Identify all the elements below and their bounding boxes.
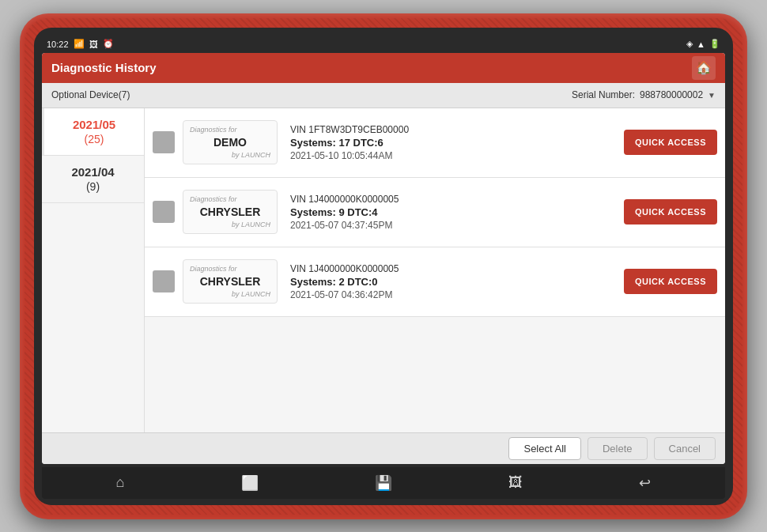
date-1: 2021-05-10 10:05:44AM [290, 150, 611, 161]
wifi-icon: ◈ [686, 39, 693, 49]
screenshot-icon: 🖼 [89, 40, 98, 49]
screen: Diagnostic History 🏠 Optional Device(7) … [42, 53, 725, 464]
date-label-2021-05: 2021/05 [52, 118, 136, 131]
systems-2: Systems: 9 DTC:4 [290, 206, 611, 218]
record-details-3: VIN 1J4000000K0000005 Systems: 2 DTC:0 2… [285, 263, 616, 300]
record-card-2: Diagnostics for CHRYSLER by LAUNCH [183, 190, 278, 234]
tablet-bezel: 10:22 📶 🖼 ⏰ ◈ ▲ 🔋 Diagnostic History 🏠 [34, 28, 733, 505]
back-nav-icon[interactable]: ↩ [633, 471, 657, 495]
record-details-2: VIN 1J4000000K0000005 Systems: 9 DTC:4 2… [285, 194, 616, 231]
date-label-2021-04: 2021/04 [50, 165, 136, 179]
vin-1: VIN 1FT8W3DT9CEB00000 [290, 124, 611, 135]
record-details-1: VIN 1FT8W3DT9CEB00000 Systems: 17 DTC:6 … [285, 124, 616, 161]
date-2: 2021-05-07 04:37:45PM [290, 220, 611, 231]
nav-bar: ⌂ ⬜ 💾 🖼 ↩ [42, 467, 725, 499]
serial-label: Serial Number: [572, 89, 635, 100]
table-row: Diagnostics for DEMO by LAUNCH VIN 1FT8W… [145, 108, 725, 178]
time-display: 10:22 [47, 40, 69, 49]
battery-icon: 🔋 [709, 39, 720, 49]
action-bar: Select All Delete Cancel [42, 432, 725, 464]
date-count-2021-05: (25) [52, 133, 136, 145]
title-bar: Diagnostic History 🏠 [42, 53, 725, 83]
quick-access-btn-1[interactable]: QUICK ACCESS [624, 130, 717, 155]
sim-icon: 📶 [74, 39, 85, 49]
main-content: 2021/05 (25) 2021/04 (9) Diagnostics for [42, 108, 725, 432]
device-label: Optional Device(7) [51, 89, 130, 100]
quick-access-btn-3[interactable]: QUICK ACCESS [624, 269, 717, 294]
screenshot-nav-icon[interactable]: 💾 [368, 471, 399, 495]
home-button[interactable]: 🏠 [692, 56, 716, 80]
tablet-device: 10:22 📶 🖼 ⏰ ◈ ▲ 🔋 Diagnostic History 🏠 [20, 13, 747, 519]
signal-icon: ▲ [697, 40, 705, 49]
systems-1: Systems: 17 DTC:6 [290, 137, 611, 149]
serial-value: 988780000002 [640, 89, 703, 100]
status-bar: 10:22 📶 🖼 ⏰ ◈ ▲ 🔋 [42, 36, 725, 53]
vin-2: VIN 1J4000000K0000005 [290, 194, 611, 205]
serial-section: Serial Number: 988780000002 ▼ [572, 89, 716, 100]
record-card-3: Diagnostics for CHRYSLER by LAUNCH [183, 259, 278, 304]
select-all-button[interactable]: Select All [508, 437, 580, 460]
delete-button[interactable]: Delete [588, 437, 648, 460]
home-nav-icon[interactable]: ⌂ [110, 471, 131, 494]
brand-label-1: DEMO [190, 136, 270, 149]
brand-label-3: CHRYSLER [190, 275, 270, 288]
date-sidebar: 2021/05 (25) 2021/04 (9) [42, 108, 145, 432]
recent-apps-nav-icon[interactable]: ⬜ [235, 471, 265, 495]
date-count-2021-04: (9) [50, 180, 136, 193]
by-label-1: by LAUNCH [190, 151, 270, 159]
diag-for-label-3: Diagnostics for [190, 265, 270, 273]
brand-label-2: CHRYSLER [190, 206, 270, 218]
date-item-2021-05[interactable]: 2021/05 (25) [42, 108, 144, 156]
diag-for-label-1: Diagnostics for [190, 126, 270, 134]
diag-for-label-2: Diagnostics for [190, 195, 270, 203]
table-row: Diagnostics for CHRYSLER by LAUNCH VIN 1… [145, 178, 725, 247]
gallery-nav-icon[interactable]: 🖼 [502, 471, 529, 494]
date-3: 2021-05-07 04:36:42PM [290, 289, 611, 300]
alarm-icon: ⏰ [103, 39, 114, 49]
by-label-3: by LAUNCH [190, 290, 270, 298]
record-checkbox-2[interactable] [153, 201, 175, 223]
by-label-2: by LAUNCH [190, 221, 270, 228]
app-title: Diagnostic History [51, 61, 157, 74]
status-right: ◈ ▲ 🔋 [686, 39, 720, 49]
quick-access-btn-2[interactable]: QUICK ACCESS [624, 199, 717, 224]
cancel-button[interactable]: Cancel [654, 437, 716, 460]
record-checkbox-1[interactable] [153, 131, 175, 153]
systems-3: Systems: 2 DTC:0 [290, 276, 611, 288]
home-icon: 🏠 [696, 60, 712, 75]
status-left: 10:22 📶 🖼 ⏰ [47, 39, 114, 49]
date-item-2021-04[interactable]: 2021/04 (9) [42, 156, 144, 203]
sub-header: Optional Device(7) Serial Number: 988780… [42, 83, 725, 108]
record-card-1: Diagnostics for DEMO by LAUNCH [183, 120, 278, 164]
table-row: Diagnostics for CHRYSLER by LAUNCH VIN 1… [145, 247, 725, 317]
serial-dropdown-icon[interactable]: ▼ [708, 91, 716, 100]
records-list: Diagnostics for DEMO by LAUNCH VIN 1FT8W… [145, 108, 725, 432]
vin-3: VIN 1J4000000K0000005 [290, 263, 611, 274]
record-checkbox-3[interactable] [153, 270, 175, 292]
